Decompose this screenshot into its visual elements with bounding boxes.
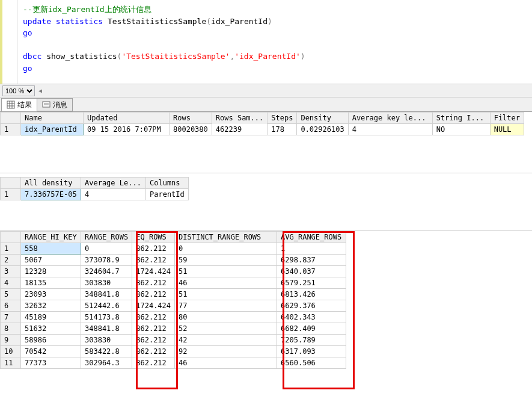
- table-row[interactable]: 25067373078.9862.212596298.837: [1, 255, 346, 266]
- table-row[interactable]: 1 7.336757E-05 4 ParentId: [1, 189, 189, 200]
- cell[interactable]: 77: [175, 300, 277, 312]
- nav-left-icon[interactable]: ◀: [38, 87, 42, 94]
- cell[interactable]: 32632: [21, 300, 81, 312]
- col-avg-range-rows[interactable]: AVG_RANGE_ROWS: [277, 232, 346, 243]
- table-row[interactable]: 851632348841.8862.212526682.409: [1, 323, 346, 335]
- col-avg-key-len[interactable]: Average key le...: [348, 113, 432, 124]
- col-avg-length[interactable]: Average Le...: [81, 178, 146, 189]
- cell[interactable]: 303830: [81, 335, 132, 346]
- cell[interactable]: 373078.9: [81, 255, 132, 266]
- cell[interactable]: 12328: [21, 266, 81, 277]
- cell-string-index[interactable]: NO: [432, 124, 490, 135]
- cell[interactable]: 77373: [21, 357, 81, 369]
- table-row[interactable]: 523093348841.8862.212516813.426: [1, 289, 346, 300]
- cell[interactable]: 302964.3: [81, 357, 132, 369]
- col-updated[interactable]: Updated: [84, 113, 170, 124]
- cell[interactable]: 7205.789: [277, 335, 346, 346]
- cell[interactable]: 6317.093: [277, 346, 346, 357]
- cell-rows[interactable]: 80020380: [170, 124, 212, 135]
- col-rows[interactable]: Rows: [170, 113, 212, 124]
- cell-updated[interactable]: 09 15 2016 7:07PM: [84, 124, 170, 135]
- col-eq-rows[interactable]: EQ_ROWS: [132, 232, 175, 243]
- cell[interactable]: 0: [175, 243, 277, 255]
- cell[interactable]: 303830: [81, 277, 132, 289]
- cell-density[interactable]: 0.02926103: [297, 124, 348, 135]
- col-distinct-range-rows[interactable]: DISTINCT_RANGE_ROWS: [175, 232, 277, 243]
- density-grid[interactable]: All density Average Le... Columns 1 7.33…: [0, 177, 532, 231]
- cell[interactable]: 6682.409: [277, 323, 346, 335]
- cell[interactable]: 51: [175, 266, 277, 277]
- col-steps[interactable]: Steps: [268, 113, 297, 124]
- cell[interactable]: 862.212: [132, 357, 175, 369]
- cell[interactable]: 80: [175, 312, 277, 323]
- cell[interactable]: 59: [175, 255, 277, 266]
- cell[interactable]: 45189: [21, 312, 81, 323]
- cell[interactable]: 862.212: [132, 289, 175, 300]
- cell[interactable]: 51: [175, 289, 277, 300]
- cell[interactable]: 5067: [21, 255, 81, 266]
- cell[interactable]: 6629.376: [277, 300, 346, 312]
- col-range-hi-key[interactable]: RANGE_HI_KEY: [21, 232, 81, 243]
- cell[interactable]: 862.212: [132, 335, 175, 346]
- cell[interactable]: 6813.426: [277, 289, 346, 300]
- cell[interactable]: 348841.8: [81, 289, 132, 300]
- col-rows-sampled[interactable]: Rows Sam...: [212, 113, 267, 124]
- cell[interactable]: 46: [175, 277, 277, 289]
- col-all-density[interactable]: All density: [21, 178, 81, 189]
- cell[interactable]: 46: [175, 357, 277, 369]
- cell[interactable]: 862.212: [132, 323, 175, 335]
- cell[interactable]: 58986: [21, 335, 81, 346]
- col-string-index[interactable]: String I...: [432, 113, 490, 124]
- cell-rows-sampled[interactable]: 462239: [212, 124, 267, 135]
- cell[interactable]: 862.212: [132, 346, 175, 357]
- sql-editor[interactable]: --更新idx_ParentId上的统计信息 update statistics…: [0, 0, 532, 84]
- table-row[interactable]: 15580862.21201: [1, 243, 346, 255]
- cell[interactable]: 583422.8: [81, 346, 132, 357]
- table-row[interactable]: 418135303830862.212466579.251: [1, 277, 346, 289]
- col-columns[interactable]: Columns: [146, 178, 189, 189]
- cell[interactable]: 51632: [21, 323, 81, 335]
- col-name[interactable]: Name: [21, 113, 84, 124]
- tab-messages[interactable]: 消息: [37, 98, 73, 111]
- cell[interactable]: 1: [277, 243, 346, 255]
- cell[interactable]: 1724.424: [132, 266, 175, 277]
- cell-all-density[interactable]: 7.336757E-05: [21, 189, 81, 200]
- editor-code[interactable]: --更新idx_ParentId上的统计信息 update statistics…: [18, 0, 532, 84]
- cell[interactable]: 6340.037: [277, 266, 346, 277]
- cell-name[interactable]: idx_ParentId: [21, 124, 84, 135]
- zoom-select[interactable]: 100 %: [2, 85, 35, 96]
- cell[interactable]: 514173.8: [81, 312, 132, 323]
- cell-columns[interactable]: ParentId: [146, 189, 189, 200]
- cell[interactable]: 558: [21, 243, 81, 255]
- cell[interactable]: 52: [175, 323, 277, 335]
- cell[interactable]: 862.212: [132, 277, 175, 289]
- cell[interactable]: 862.212: [132, 312, 175, 323]
- cell[interactable]: 862.212: [132, 243, 175, 255]
- cell-avg-key-len[interactable]: 4: [348, 124, 432, 135]
- cell[interactable]: 324604.7: [81, 266, 132, 277]
- cell-filter[interactable]: NULL: [490, 124, 524, 135]
- cell-avg-length[interactable]: 4: [81, 189, 146, 200]
- histogram-grid[interactable]: RANGE_HI_KEY RANGE_ROWS EQ_ROWS DISTINCT…: [0, 231, 532, 397]
- col-filter[interactable]: Filter: [490, 113, 524, 124]
- table-row[interactable]: 632632512442.61724.424776629.376: [1, 300, 346, 312]
- table-row[interactable]: 958986303830862.212427205.789: [1, 335, 346, 346]
- table-row[interactable]: 745189514173.8862.212806402.343: [1, 312, 346, 323]
- cell[interactable]: 92: [175, 346, 277, 357]
- cell[interactable]: 862.212: [132, 255, 175, 266]
- col-range-rows[interactable]: RANGE_ROWS: [81, 232, 132, 243]
- table-row[interactable]: 312328324604.71724.424516340.037: [1, 266, 346, 277]
- cell[interactable]: 70542: [21, 346, 81, 357]
- col-density[interactable]: Density: [297, 113, 348, 124]
- cell[interactable]: 6579.251: [277, 277, 346, 289]
- tab-results[interactable]: 结果: [1, 98, 37, 111]
- cell-steps[interactable]: 178: [268, 124, 297, 135]
- cell[interactable]: 18135: [21, 277, 81, 289]
- cell[interactable]: 42: [175, 335, 277, 346]
- cell[interactable]: 348841.8: [81, 323, 132, 335]
- cell[interactable]: 23093: [21, 289, 81, 300]
- cell[interactable]: 1724.424: [132, 300, 175, 312]
- cell[interactable]: 6402.343: [277, 312, 346, 323]
- stats-header-grid[interactable]: Name Updated Rows Rows Sam... Steps Dens…: [0, 112, 532, 173]
- table-row[interactable]: 1 idx_ParentId 09 15 2016 7:07PM 8002038…: [1, 124, 524, 135]
